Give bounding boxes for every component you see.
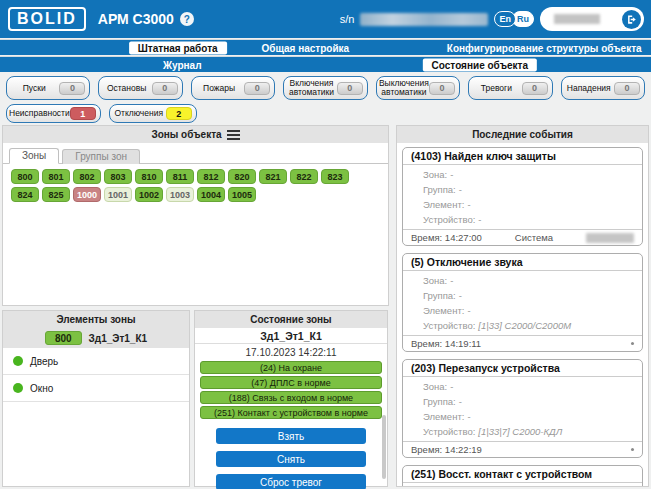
event-footer: Время: 14:27:00Система	[403, 229, 642, 245]
zones-panel-header: Зоны объекта	[3, 126, 388, 143]
counter-label: Пуски	[9, 84, 59, 93]
counter-button[interactable]: Неисправности1	[6, 104, 101, 123]
event-field: Элемент:-	[403, 409, 642, 424]
zone-button[interactable]: 802	[73, 169, 101, 184]
zones-panel-title: Зоны объекта	[151, 129, 221, 140]
redacted-username	[554, 14, 600, 24]
events-panel-header: Последние события	[397, 126, 648, 143]
user-pill[interactable]	[540, 7, 644, 31]
event-field: Элемент:-	[403, 303, 642, 318]
zone-button[interactable]: 824	[11, 187, 39, 202]
counter-label: Включения автоматики	[286, 79, 336, 97]
counter-button[interactable]: Тревоги0	[468, 76, 552, 100]
state-zone-name: Зд1_Эт1_К1	[195, 328, 387, 344]
zone-button[interactable]: 803	[104, 169, 132, 184]
zone-button[interactable]: 812	[197, 169, 225, 184]
counter-badge: 0	[429, 82, 455, 95]
zones-panel: Зоны объекта Зоны Группы зон 80080180280…	[2, 125, 389, 306]
zone-button[interactable]: 1000	[73, 187, 101, 202]
state-timestamp: 17.10.2023 14:22:11	[195, 345, 387, 359]
logout-button[interactable]	[622, 10, 641, 29]
action-button[interactable]: Снять	[216, 451, 366, 467]
counter-label: Нападения	[564, 84, 614, 93]
counter-badge: 0	[337, 82, 363, 95]
action-button[interactable]: Взять	[216, 428, 366, 444]
counter-button[interactable]: Пожары0	[191, 76, 275, 100]
lang-en-button[interactable]: En	[494, 11, 516, 27]
tab-obshchaya-nastroyka[interactable]: Общая настройка	[261, 42, 349, 53]
event-title: (5) Отключение звука	[403, 254, 642, 271]
counter-button[interactable]: Включения автоматики0	[283, 76, 367, 100]
zones-tabs: Зоны Группы зон	[3, 143, 388, 164]
counter-button[interactable]: Пуски0	[6, 76, 90, 100]
zone-button[interactable]: 801	[42, 169, 70, 184]
counter-label: Неисправности	[9, 109, 70, 118]
action-button[interactable]: Сброс тревог	[216, 474, 366, 489]
event-card[interactable]: (4103) Найден ключ защитыЗона:-Группа:-Э…	[402, 147, 643, 246]
zone-button[interactable]: 820	[228, 169, 256, 184]
counter-button[interactable]: Остановы0	[98, 76, 182, 100]
event-title: (203) Перезапуск устройства	[403, 360, 642, 377]
tab-zony[interactable]: Зоны	[9, 148, 59, 164]
bolid-logo: BOLID	[8, 7, 86, 31]
counter-label: Тревоги	[471, 84, 521, 93]
redacted-event-source	[586, 233, 634, 243]
event-field: Элемент:-	[403, 197, 642, 212]
zone-button[interactable]: 1005	[228, 187, 256, 202]
counter-button[interactable]: Выключения автоматики0	[376, 76, 460, 100]
scrollbar-thumb[interactable]	[382, 415, 386, 479]
event-field-label: Элемент:	[423, 305, 464, 316]
element-list-item[interactable]: Окно	[3, 375, 189, 402]
zone-button[interactable]: 1001	[104, 187, 132, 202]
event-time: Время: 14:27:00	[411, 232, 482, 243]
event-card[interactable]: (5) Отключение звукаЗона:-Группа:-Элемен…	[402, 253, 643, 352]
event-field: Устройство:[1|33] С2000/С2000М	[403, 318, 642, 333]
zone-button[interactable]: 821	[259, 169, 287, 184]
language-toggle: En Ru	[494, 11, 534, 27]
event-field-value: -	[459, 184, 462, 195]
event-fields: Зона:-Группа:-Элемент:-Устройство:[1|33]…	[403, 271, 642, 335]
tab-sostoyanie-obekta[interactable]: Состояние объекта	[423, 58, 537, 71]
counter-button[interactable]: Нападения0	[561, 76, 645, 100]
tab-gruppy-zon[interactable]: Группы зон	[62, 149, 140, 164]
event-list: (4103) Найден ключ защитыЗона:-Группа:-Э…	[397, 143, 648, 487]
event-card[interactable]: (251) Восст. контакт с устройствомЗона:-…	[402, 465, 643, 487]
event-field-label: Зона:	[423, 381, 447, 392]
event-field-label: Группа:	[423, 184, 456, 195]
tab-zhurnal[interactable]: Журнал	[163, 59, 202, 70]
state-panel-title: Состояние зоны	[250, 314, 331, 325]
event-field: Зона:-	[403, 379, 642, 394]
zone-button[interactable]: 800	[11, 169, 39, 184]
zone-button[interactable]: 822	[290, 169, 318, 184]
counter-badge: 2	[166, 107, 192, 120]
event-field-label: Элемент:	[423, 199, 464, 210]
zone-button[interactable]: 810	[135, 169, 163, 184]
hamburger-menu-icon[interactable]	[227, 130, 240, 140]
counter-label: Выключения автоматики	[379, 79, 429, 97]
counter-rows: Пуски0Остановы0Пожары0Включения автомати…	[0, 73, 651, 130]
event-fields: Зона:-Группа:-Элемент:-Устройство:[1|33|…	[403, 483, 642, 487]
zone-button[interactable]: 1003	[166, 187, 194, 202]
action-buttons: ВзятьСнятьСброс тревогВключить	[195, 428, 387, 489]
event-field: Группа:-	[403, 394, 642, 409]
help-icon[interactable]: ?	[180, 12, 194, 26]
event-card[interactable]: (203) Перезапуск устройстваЗона:-Группа:…	[402, 359, 643, 458]
event-field-value: [1|33|7] С2000-КДЛ	[478, 426, 562, 437]
zone-button[interactable]: 823	[321, 169, 349, 184]
counter-label: Отключения	[112, 109, 166, 118]
event-footer: Время: 14:19:11	[403, 335, 642, 351]
event-field: Группа:-	[403, 182, 642, 197]
zone-button[interactable]: 825	[42, 187, 70, 202]
element-list-item[interactable]: Дверь	[3, 348, 189, 375]
events-panel-title: Последние события	[472, 129, 573, 140]
serial-label: s/n	[340, 13, 355, 25]
zone-button[interactable]: 1004	[197, 187, 225, 202]
zone-button[interactable]: 1002	[135, 187, 163, 202]
zone-button[interactable]: 811	[166, 169, 194, 184]
tab-shtatnaya-rabota[interactable]: Штатная работа	[129, 41, 227, 54]
state-list: (24) На охране(47) ДПЛС в норме(188) Свя…	[195, 361, 387, 419]
event-field: Зона:-	[403, 167, 642, 182]
counter-button[interactable]: Отключения2	[109, 104, 197, 123]
tab-konfigurirovanie[interactable]: Конфигурирование структуры объекта	[447, 42, 642, 53]
element-list: ДверьОкно	[3, 348, 189, 402]
